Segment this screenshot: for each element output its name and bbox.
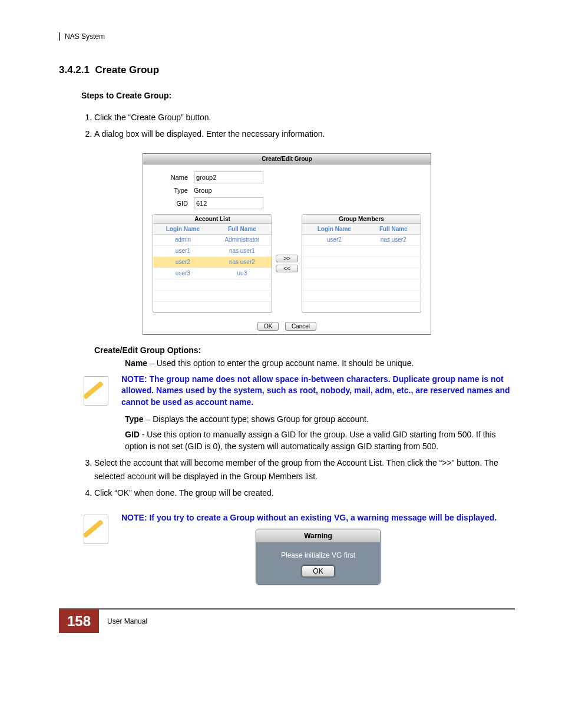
group-members-table[interactable]: Login Name Full Name user2nas user2 .. .… (302, 224, 421, 312)
steps-list-bottom: Select the account that will become memb… (81, 456, 515, 500)
type-value: Group (194, 187, 212, 194)
note-2-text: NOTE: If you try to create a Group witho… (121, 512, 515, 524)
note-1-text: NOTE: The group name does not allow spac… (121, 374, 515, 409)
type-label: Type (153, 187, 188, 194)
table-row: user1nas user1 (153, 245, 272, 256)
warning-dialog: Warning Please initialize VG first OK (256, 529, 381, 585)
page-header: NAS System (59, 32, 515, 41)
warning-title: Warning (256, 529, 380, 543)
options-heading: Create/Edit Group Options: (94, 345, 515, 355)
note-icon (80, 374, 113, 407)
table-row: .. (153, 279, 272, 290)
step-3: Select the account that will become memb… (94, 456, 515, 485)
name-label: Name (153, 174, 188, 181)
option-gid-label: GID (125, 430, 140, 439)
option-type: Type – Displays the account type; shows … (125, 413, 515, 425)
col-full: Full Name (213, 224, 272, 235)
page-footer: 158 User Manual (59, 608, 515, 633)
step-2: A dialog box will be displayed. Enter th… (94, 127, 515, 141)
steps-list-top: Click the “Create Group” button. A dialo… (81, 111, 515, 141)
footer-label: User Manual (107, 617, 147, 625)
col-full: Full Name (366, 224, 421, 235)
warning-ok-button[interactable]: OK (302, 565, 334, 577)
gid-label: GID (153, 200, 188, 207)
account-list-title: Account List (153, 215, 272, 224)
section-title: Create Group (95, 64, 159, 75)
option-type-label: Type (125, 414, 144, 424)
option-name: Name – Used this option to enter the gro… (125, 357, 515, 369)
table-row: .. (302, 301, 421, 312)
name-input[interactable] (194, 172, 263, 183)
table-row: user3uu3 (153, 268, 272, 279)
group-members-panel: Group Members Login Name Full Name user2… (302, 214, 421, 313)
cancel-button[interactable]: Cancel (285, 322, 316, 331)
table-row: user2nas user2 (302, 234, 421, 245)
ok-button[interactable]: OK (257, 322, 279, 331)
table-row: adminAdministrator (153, 234, 272, 245)
table-row: .. (302, 268, 421, 279)
add-to-group-button[interactable]: >> (276, 255, 298, 262)
table-row: .. (302, 279, 421, 290)
table-row: .. (302, 256, 421, 268)
gid-input[interactable] (194, 197, 263, 209)
table-row: user2nas user2 (153, 256, 272, 268)
account-list-table[interactable]: Login Name Full Name adminAdministrator … (153, 224, 272, 312)
create-edit-group-dialog: Create/Edit Group Name Type Group GID Ac… (143, 153, 431, 335)
product-name: NAS System (65, 32, 105, 41)
table-row: .. (302, 290, 421, 301)
table-row: .. (302, 245, 421, 256)
option-name-text: – Used this option to enter the group ac… (147, 358, 414, 368)
steps-heading: Steps to Create Group: (81, 91, 515, 100)
table-row: .. (153, 301, 272, 312)
warning-message: Please initialize VG first (261, 551, 375, 559)
section-number: 3.4.2.1 (59, 64, 90, 75)
page-number: 158 (59, 610, 99, 633)
option-name-label: Name (125, 358, 147, 368)
step-4: Click “OK” when done. The group will be … (94, 486, 515, 500)
note-2: NOTE: If you try to create a Group witho… (80, 512, 515, 585)
col-login: Login Name (302, 224, 366, 235)
step-1: Click the “Create Group” button. (94, 111, 515, 125)
remove-from-group-button[interactable]: << (276, 265, 298, 272)
dialog-title: Create/Edit Group (143, 154, 431, 164)
option-gid: GID - Use this option to manually assign… (125, 429, 515, 453)
option-gid-text: - Use this option to manually assign a G… (125, 430, 496, 451)
option-type-text: – Displays the account type; shows Group… (144, 414, 369, 424)
group-members-title: Group Members (302, 215, 421, 224)
note-1: NOTE: The group name does not allow spac… (80, 374, 515, 409)
table-row: .. (153, 290, 272, 301)
note-icon (80, 512, 113, 545)
account-list-panel: Account List Login Name Full Name adminA… (153, 214, 272, 313)
section-heading: 3.4.2.1 Create Group (59, 64, 515, 76)
col-login: Login Name (153, 224, 213, 235)
